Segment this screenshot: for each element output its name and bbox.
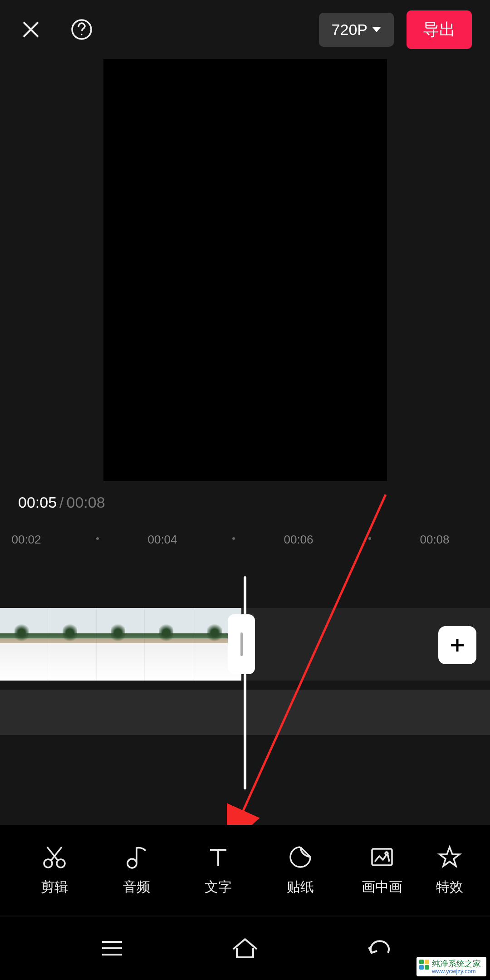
nav-menu-button[interactable] bbox=[94, 935, 130, 962]
tool-label: 画中画 bbox=[362, 878, 402, 897]
svg-point-1 bbox=[81, 34, 82, 35]
tool-label: 文字 bbox=[205, 878, 232, 897]
ruler-dot bbox=[232, 537, 235, 540]
watermark-logo-icon bbox=[419, 960, 429, 970]
current-time: 00:05 bbox=[18, 494, 57, 511]
ruler-tick: 00:04 bbox=[147, 533, 177, 547]
tool-sticker[interactable]: 贴纸 bbox=[259, 844, 341, 897]
ruler-dot bbox=[368, 537, 371, 540]
svg-point-5 bbox=[127, 859, 137, 868]
bottom-toolbar: 剪辑 音频 文字 贴纸 画中画 特效 bbox=[0, 825, 490, 916]
preview-area bbox=[0, 59, 490, 481]
tool-text[interactable]: 文字 bbox=[177, 844, 259, 897]
tool-label: 特效 bbox=[436, 878, 463, 897]
nav-home-button[interactable] bbox=[227, 935, 263, 962]
playback-controls-row: 00:05 / 00:08 bbox=[0, 481, 490, 526]
picture-in-picture-icon bbox=[369, 844, 395, 870]
tool-label: 剪辑 bbox=[41, 878, 68, 897]
time-separator: / bbox=[59, 494, 64, 511]
total-time: 00:08 bbox=[67, 494, 105, 511]
redo-button bbox=[387, 491, 414, 513]
clip-thumbnail bbox=[48, 608, 96, 681]
watermark-title: 纯净系统之家 bbox=[432, 960, 481, 968]
help-button[interactable] bbox=[69, 17, 94, 42]
tool-edit[interactable]: 剪辑 bbox=[14, 844, 95, 897]
star-icon bbox=[437, 844, 462, 870]
tool-pip[interactable]: 画中画 bbox=[341, 844, 423, 897]
text-icon bbox=[206, 844, 231, 870]
top-bar: 720P 导出 bbox=[0, 0, 490, 59]
undo-button[interactable] bbox=[328, 491, 356, 513]
ruler-tick: 00:08 bbox=[420, 533, 449, 547]
close-button[interactable] bbox=[18, 17, 44, 42]
watermark: 纯净系统之家 www.ycwjzy.com bbox=[416, 957, 486, 976]
tool-label: 音频 bbox=[123, 878, 150, 897]
timeline-ruler[interactable]: 00:02 00:04 00:06 00:08 bbox=[0, 526, 490, 554]
video-clip[interactable] bbox=[0, 608, 241, 681]
clip-thumbnail bbox=[97, 608, 145, 681]
fullscreen-button[interactable] bbox=[445, 492, 472, 512]
ruler-dot bbox=[96, 537, 99, 540]
sticker-icon bbox=[288, 844, 313, 870]
tool-audio[interactable]: 音频 bbox=[95, 844, 177, 897]
resolution-dropdown[interactable]: 720P bbox=[319, 13, 394, 47]
timeline[interactable] bbox=[0, 554, 490, 799]
tool-label: 贴纸 bbox=[287, 878, 314, 897]
tool-effect[interactable]: 特效 bbox=[423, 844, 476, 897]
ruler-tick: 00:02 bbox=[11, 533, 41, 547]
export-button[interactable]: 导出 bbox=[407, 10, 472, 49]
chevron-down-icon bbox=[372, 27, 381, 32]
play-button[interactable] bbox=[218, 490, 245, 514]
nav-back-button[interactable] bbox=[360, 935, 396, 962]
clip-trim-handle[interactable] bbox=[228, 614, 255, 674]
scissors-icon bbox=[42, 844, 67, 870]
clip-thumbnail bbox=[145, 608, 193, 681]
watermark-url: www.ycwjzy.com bbox=[432, 968, 481, 975]
clip-thumbnail bbox=[0, 608, 48, 681]
add-clip-button[interactable] bbox=[438, 626, 476, 664]
resolution-label: 720P bbox=[332, 21, 368, 39]
video-preview[interactable] bbox=[103, 59, 387, 481]
playhead[interactable] bbox=[244, 576, 246, 789]
ruler-tick: 00:06 bbox=[284, 533, 313, 547]
music-note-icon bbox=[124, 844, 149, 870]
